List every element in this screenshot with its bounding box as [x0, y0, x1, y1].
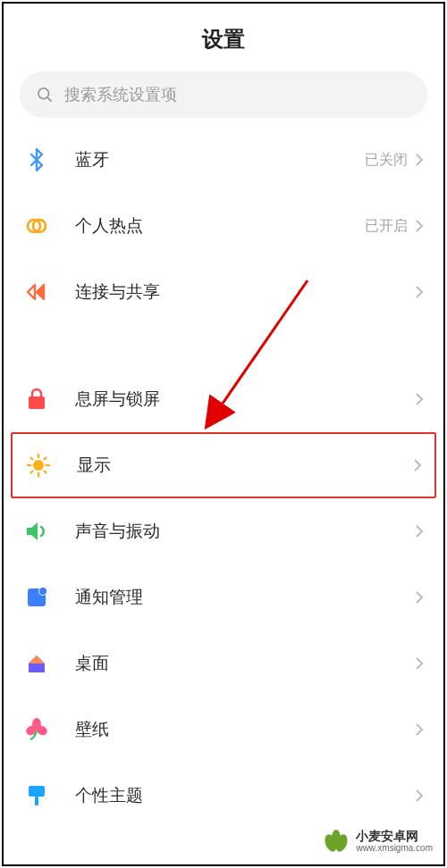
svg-rect-20: [29, 786, 45, 797]
svg-line-10: [31, 458, 33, 460]
row-label: 蓝牙: [75, 148, 365, 171]
chevron-right-icon: [415, 392, 424, 406]
chevron-right-icon: [415, 656, 424, 671]
chevron-right-icon: [415, 722, 424, 737]
speaker-icon: [23, 518, 50, 545]
svg-line-13: [45, 458, 46, 460]
chevron-right-icon: [415, 590, 424, 605]
watermark: 小麦安卓网 www.xmsigma.com: [322, 827, 433, 855]
svg-point-25: [332, 830, 341, 846]
lock-icon: [23, 386, 50, 413]
row-lockscreen[interactable]: 息屏与锁屏: [11, 366, 436, 432]
watermark-url: www.xmsigma.com: [356, 843, 433, 853]
watermark-logo: [322, 827, 350, 855]
hotspot-icon: [23, 213, 50, 239]
svg-rect-21: [35, 797, 38, 805]
settings-list: 蓝牙 已关闭 个人热点 已开启 连接与共享: [4, 127, 443, 829]
search-placeholder: 搜索系统设置项: [64, 84, 177, 105]
svg-point-16: [39, 588, 46, 595]
search-input[interactable]: 搜索系统设置项: [20, 71, 427, 118]
row-home[interactable]: 桌面: [11, 630, 436, 697]
row-label: 个性主题: [75, 784, 415, 807]
row-label: 显示: [77, 454, 413, 477]
svg-line-11: [45, 472, 46, 473]
svg-line-12: [31, 472, 33, 473]
row-label: 声音与振动: [75, 520, 415, 543]
row-connection-share[interactable]: 连接与共享: [11, 259, 436, 325]
svg-point-5: [33, 460, 44, 471]
chevron-right-icon: [415, 789, 424, 803]
page-title: 设置: [4, 25, 443, 54]
svg-rect-4: [29, 396, 45, 409]
search-icon: [36, 86, 54, 104]
page-header: 设置: [4, 4, 443, 71]
watermark-title: 小麦安卓网: [356, 830, 433, 843]
flower-icon: [23, 716, 50, 743]
share-icon: [23, 279, 50, 305]
row-label: 壁纸: [75, 718, 415, 741]
row-status: 已关闭: [365, 151, 408, 170]
row-label: 通知管理: [75, 586, 415, 609]
chevron-right-icon: [415, 524, 424, 538]
chevron-right-icon: [415, 285, 424, 299]
bluetooth-icon: [23, 146, 50, 173]
row-sound[interactable]: 声音与振动: [11, 498, 436, 564]
row-status: 已开启: [365, 217, 408, 236]
chevron-right-icon: [415, 219, 424, 233]
row-notifications[interactable]: 通知管理: [11, 564, 436, 630]
row-display[interactable]: 显示: [11, 432, 436, 498]
row-label: 个人热点: [75, 214, 365, 238]
brush-icon: [23, 782, 50, 809]
svg-point-0: [38, 88, 49, 99]
notification-icon: [23, 584, 50, 611]
brightness-icon: [25, 452, 52, 479]
svg-line-1: [47, 97, 51, 101]
section-gap: [11, 325, 436, 366]
chevron-right-icon: [415, 153, 424, 167]
row-theme[interactable]: 个性主题: [11, 763, 436, 829]
row-label: 连接与共享: [75, 280, 415, 304]
chevron-right-icon: [413, 458, 422, 472]
row-label: 桌面: [75, 652, 415, 675]
row-bluetooth[interactable]: 蓝牙 已关闭: [11, 127, 436, 193]
row-wallpaper[interactable]: 壁纸: [11, 697, 436, 763]
home-icon: [23, 650, 50, 677]
row-label: 息屏与锁屏: [75, 388, 415, 411]
row-hotspot[interactable]: 个人热点 已开启: [11, 193, 436, 259]
